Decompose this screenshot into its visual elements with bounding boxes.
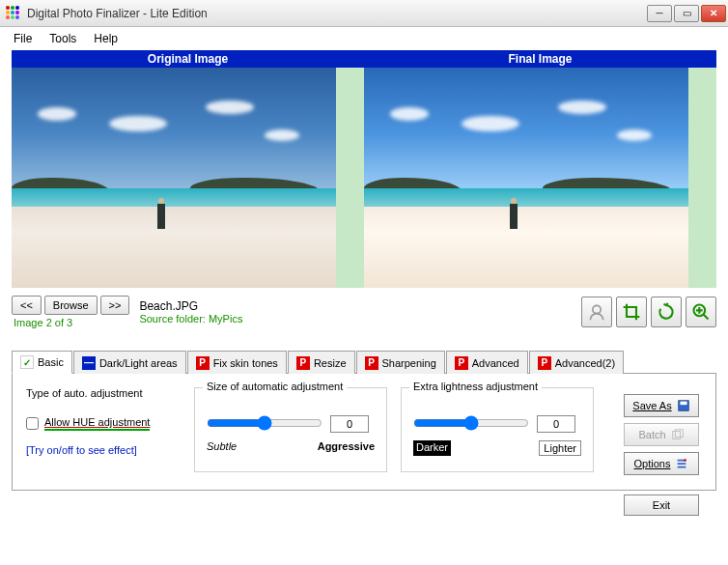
app-icon bbox=[6, 6, 21, 21]
hue-checkbox-row[interactable]: Allow HUE adjustment bbox=[26, 416, 181, 431]
options-button[interactable]: Options bbox=[624, 452, 699, 475]
tab-label: Fix skin tones bbox=[213, 357, 278, 369]
tab-label: Basic bbox=[38, 356, 64, 368]
tab-label: Dark/Light areas bbox=[99, 357, 178, 369]
extra-title: Extra lightness adjustment bbox=[409, 381, 542, 392]
p-icon: P bbox=[296, 356, 310, 370]
svg-rect-5 bbox=[675, 430, 683, 438]
tab-label: Sharpening bbox=[382, 357, 436, 369]
menu-file[interactable]: File bbox=[14, 32, 32, 45]
tab-label: Resize bbox=[314, 357, 347, 369]
original-image-pane bbox=[12, 68, 364, 288]
extra-slider[interactable] bbox=[413, 415, 529, 431]
exit-button[interactable]: Exit bbox=[624, 494, 699, 516]
size-slider[interactable] bbox=[207, 415, 322, 431]
tab-advanced[interactable]: PAdvanced bbox=[446, 351, 528, 374]
p-icon: P bbox=[538, 356, 551, 370]
tab-basic[interactable]: ✓Basic bbox=[12, 351, 72, 374]
size-label-left: Subtle bbox=[207, 440, 237, 452]
menu-bar: File Tools Help bbox=[0, 27, 728, 50]
minimize-button[interactable]: ─ bbox=[647, 5, 672, 22]
tab-label: Advanced(2) bbox=[555, 357, 615, 369]
try-hint: [Try on/off to see effect] bbox=[26, 444, 181, 456]
zoom-icon[interactable] bbox=[686, 297, 716, 327]
tab-advanced-2-[interactable]: PAdvanced(2) bbox=[529, 351, 624, 374]
batch-button: Batch bbox=[624, 423, 699, 446]
extra-label-right[interactable]: Lighter bbox=[539, 440, 581, 456]
next-button[interactable]: >> bbox=[100, 296, 130, 315]
menu-help[interactable]: Help bbox=[94, 32, 118, 45]
tab-fix-skin-tones[interactable]: PFix skin tones bbox=[187, 351, 287, 374]
menu-tools[interactable]: Tools bbox=[49, 32, 76, 45]
browse-button[interactable]: Browse bbox=[44, 296, 98, 315]
tab-sharpening[interactable]: PSharpening bbox=[356, 351, 445, 374]
minus-icon: — bbox=[82, 356, 96, 370]
maximize-button[interactable]: ▭ bbox=[674, 5, 699, 22]
check-icon: ✓ bbox=[20, 355, 34, 369]
tab-bar: ✓Basic—Dark/Light areasPFix skin tonesPR… bbox=[12, 350, 716, 374]
close-button[interactable]: ✕ bbox=[701, 5, 726, 22]
titlebar: Digital Photo Finalizer - Lite Edition ─… bbox=[0, 0, 728, 27]
hue-label: Allow HUE adjustment bbox=[44, 416, 150, 431]
extra-value: 0 bbox=[537, 415, 575, 433]
prev-button[interactable]: << bbox=[12, 296, 42, 315]
type-title: Type of auto. adjustment bbox=[26, 387, 181, 399]
final-image-pane bbox=[364, 68, 716, 288]
tab-label: Advanced bbox=[472, 357, 519, 369]
svg-point-6 bbox=[685, 459, 687, 462]
tab-resize[interactable]: PResize bbox=[288, 351, 355, 374]
p-icon: P bbox=[196, 356, 210, 370]
file-name: Beach.JPG bbox=[139, 299, 581, 313]
svg-rect-3 bbox=[680, 402, 686, 406]
window-title: Digital Photo Finalizer - Lite Edition bbox=[27, 7, 647, 20]
final-header: Final Image bbox=[364, 50, 716, 68]
svg-rect-4 bbox=[672, 432, 680, 439]
size-title: Size of automatic adjustment bbox=[203, 381, 347, 392]
crop-icon[interactable] bbox=[616, 297, 647, 327]
page-count: Image 2 of 3 bbox=[14, 317, 139, 328]
tab-dark-light-areas[interactable]: —Dark/Light areas bbox=[73, 351, 186, 374]
size-value: 0 bbox=[330, 415, 369, 433]
p-icon: P bbox=[455, 356, 468, 370]
svg-point-0 bbox=[593, 305, 601, 313]
hue-checkbox[interactable] bbox=[26, 417, 39, 430]
extra-label-left[interactable]: Darker bbox=[413, 440, 451, 456]
rotate-icon[interactable] bbox=[651, 297, 682, 327]
basic-panel: Type of auto. adjustment Allow HUE adjus… bbox=[12, 374, 716, 491]
source-folder: Source folder: MyPics bbox=[139, 313, 581, 325]
original-header: Original Image bbox=[12, 50, 364, 68]
p-icon: P bbox=[365, 356, 378, 370]
size-label-right: Aggressive bbox=[318, 440, 375, 452]
face-icon[interactable] bbox=[581, 297, 612, 327]
save-as-button[interactable]: Save As bbox=[624, 394, 699, 417]
